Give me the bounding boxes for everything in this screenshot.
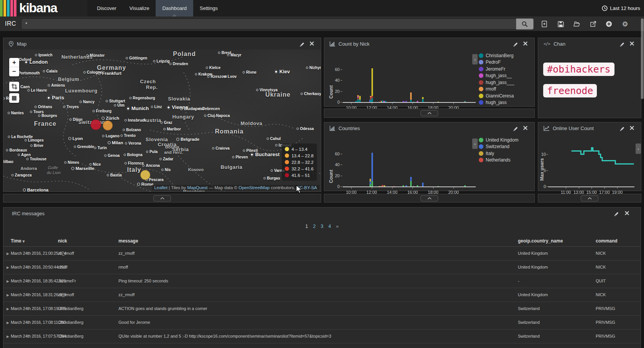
scrollbar-thumb[interactable]: [641, 18, 644, 99]
fit-bounds-button[interactable]: [9, 93, 19, 103]
edit-panel-icon[interactable]: [300, 41, 305, 48]
edit-panel-icon[interactable]: [513, 126, 518, 133]
spy-toggle-button[interactable]: [153, 195, 171, 201]
column-header-geoip-country-name[interactable]: geoip.country_name: [518, 238, 563, 244]
stacked-bar[interactable]: [437, 102, 439, 102]
edit-panel-icon[interactable]: [614, 211, 619, 218]
pagination-page-1[interactable]: 1: [306, 224, 308, 229]
legend-item-GianniCeresa[interactable]: GianniCeresa: [479, 92, 514, 99]
stacked-bar[interactable]: [437, 186, 439, 186]
close-panel-icon[interactable]: [625, 211, 629, 216]
legend-collapse-button[interactable]: ›: [472, 139, 478, 149]
stacked-bar[interactable]: [371, 68, 373, 102]
pagination-page-3[interactable]: 3: [321, 224, 324, 229]
pagination-page-2[interactable]: 2: [313, 224, 316, 229]
expand-row-icon[interactable]: ▶: [7, 293, 9, 297]
legend-item-United Kingdom[interactable]: United Kingdom: [479, 137, 518, 143]
pagination-page-4[interactable]: 4: [328, 224, 331, 229]
table-row[interactable]: ▶March 24th 2016, 17:08:11.280ChristianB…: [3, 316, 641, 330]
close-panel-icon[interactable]: [630, 126, 634, 131]
spy-toggle-button[interactable]: [581, 195, 598, 201]
table-row[interactable]: ▶March 24th 2016, 20:50:44.259rmoffrmoff…: [3, 261, 641, 274]
column-header-nick[interactable]: nick: [58, 238, 67, 244]
tab-discover[interactable]: Discover: [90, 0, 123, 16]
attribution-link[interactable]: MapQuest: [187, 185, 207, 190]
stacked-bar[interactable]: [402, 185, 404, 186]
share-icon[interactable]: [590, 21, 596, 27]
legend-item-Italy[interactable]: Italy: [479, 150, 518, 157]
save-icon[interactable]: [557, 21, 564, 27]
query-input[interactable]: [21, 18, 516, 30]
close-panel-icon[interactable]: [523, 126, 527, 131]
geo-bubble-0[interactable]: [90, 119, 101, 130]
stacked-bar[interactable]: [384, 185, 385, 186]
stacked-bar[interactable]: [464, 185, 466, 186]
legend-collapse-button[interactable]: ‹: [636, 143, 641, 154]
zoom-in-button[interactable]: +: [9, 58, 19, 67]
stacked-bar[interactable]: [370, 179, 371, 186]
add-visualization-icon[interactable]: [606, 21, 612, 27]
spy-toggle-button[interactable]: [421, 110, 438, 116]
stacked-bar[interactable]: [413, 102, 414, 102]
settings-icon[interactable]: ⚙: [622, 21, 628, 27]
kibana-logo[interactable]: kibana: [0, 0, 87, 16]
stacked-bar[interactable]: [406, 101, 407, 102]
column-header-message[interactable]: message: [118, 238, 138, 244]
stacked-bar[interactable]: [370, 96, 371, 102]
stacked-bar[interactable]: [410, 92, 412, 102]
stacked-bar[interactable]: [464, 101, 466, 102]
attribution-link[interactable]: Leaflet: [154, 185, 168, 190]
legend-item-PedroF[interactable]: PedroF: [479, 59, 514, 66]
close-panel-icon[interactable]: [310, 41, 314, 47]
table-row[interactable]: ▶March 24th 2016, 17:07:57.094ChristianB…: [3, 330, 641, 343]
expand-row-icon[interactable]: ▶: [7, 307, 9, 311]
expand-row-icon[interactable]: ▶: [7, 321, 9, 325]
expand-row-icon[interactable]: ▶: [7, 266, 9, 269]
table-row[interactable]: ▶March 24th 2016, 17:08:19.475ChristianB…: [3, 302, 641, 316]
stacked-bar[interactable]: [393, 186, 395, 186]
edit-panel-icon[interactable]: [620, 41, 625, 48]
stacked-bar[interactable]: [410, 177, 412, 186]
stacked-bar[interactable]: [422, 183, 424, 186]
geo-bubble-2[interactable]: [140, 170, 150, 180]
panel-chan-header[interactable]: </> Chan: [538, 38, 641, 49]
pagination-next[interactable]: »: [336, 224, 338, 229]
column-header-command[interactable]: command: [596, 238, 618, 244]
spy-toggle-button[interactable]: [421, 195, 438, 201]
legend-item-hugh_jass___[interactable]: hugh_jass___: [479, 79, 514, 86]
column-header-time[interactable]: Time ▼: [11, 238, 25, 244]
tab-settings[interactable]: Settings: [193, 0, 224, 16]
tab-visualize[interactable]: Visualize: [123, 0, 156, 16]
open-icon[interactable]: [573, 21, 580, 27]
stacked-bar[interactable]: [359, 96, 361, 102]
stacked-bar[interactable]: [422, 97, 424, 102]
stacked-bar[interactable]: [379, 102, 380, 102]
time-picker-button[interactable]: Last 12 hours: [602, 0, 640, 16]
table-row[interactable]: ▶March 24th 2016, 18:35:42.521JeromeFrPi…: [3, 274, 641, 288]
stacked-bar[interactable]: [355, 101, 357, 102]
stacked-bar[interactable]: [413, 186, 414, 186]
legend-item-hugh_jass__[interactable]: hugh_jass__: [479, 73, 514, 79]
legend-item-hugh_jass[interactable]: hugh_jass: [479, 99, 514, 106]
table-row[interactable]: ▶March 24th 2016, 21:00:25.674zz_rmoffzz…: [3, 247, 641, 261]
close-panel-icon[interactable]: [630, 41, 634, 47]
edit-panel-icon[interactable]: [513, 41, 518, 48]
stacked-bar[interactable]: [382, 185, 383, 186]
table-row[interactable]: ▶March 24th 2016, 18:31:26.889zz_rmoffzz…: [3, 288, 641, 302]
stacked-bar[interactable]: [371, 153, 373, 186]
legend-item-JeromeFr[interactable]: JeromeFr: [479, 66, 514, 73]
panel-count-by-nick-header[interactable]: Count by Nick: [324, 38, 534, 49]
stacked-bar[interactable]: [404, 102, 406, 102]
panel-irc-messages-header[interactable]: IRC messages: [3, 208, 641, 219]
new-document-icon[interactable]: [541, 21, 548, 27]
legend-item-Switzerland[interactable]: Switzerland: [479, 143, 518, 150]
search-button[interactable]: [516, 18, 534, 30]
legend-item-Netherlands[interactable]: Netherlands: [479, 157, 518, 164]
panel-map-header[interactable]: Map: [3, 38, 321, 49]
legend-item-rmoff[interactable]: rmoff: [479, 86, 514, 93]
stacked-bar[interactable]: [406, 185, 407, 186]
expand-row-icon[interactable]: ▶: [7, 252, 9, 256]
stacked-bar[interactable]: [417, 101, 418, 102]
expand-row-icon[interactable]: ▶: [7, 335, 9, 338]
attribution-link[interactable]: OpenStreetMap: [238, 185, 269, 190]
